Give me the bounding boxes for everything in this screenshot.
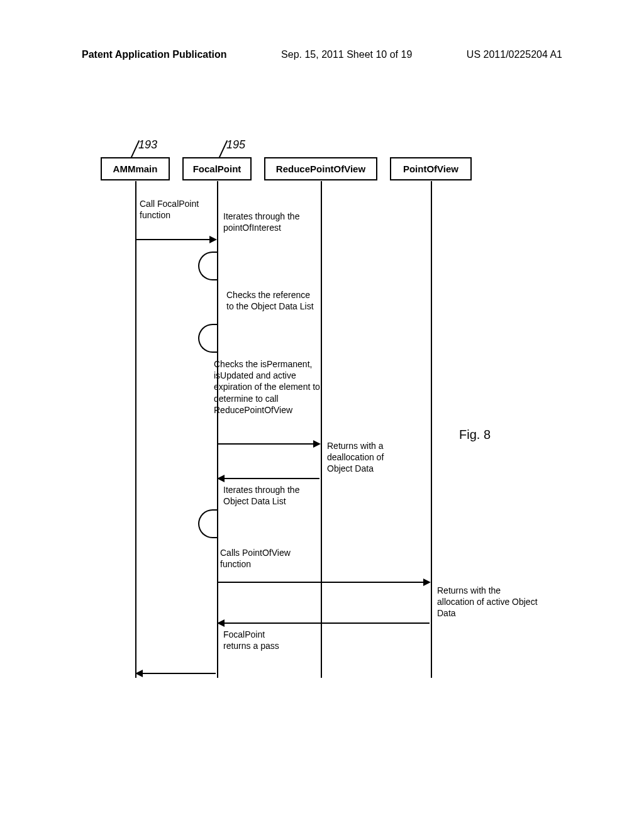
arrow-alloc-return xyxy=(218,622,430,624)
ref-193: 193 xyxy=(138,138,157,152)
msg-focal-returns: FocalPoint returns a pass xyxy=(223,629,286,651)
lifeline-focalpoint: FocalPoint xyxy=(182,157,252,180)
msg-iterates-odl: Iterates through the Object Data List xyxy=(223,484,324,507)
msg-call-focal: Call FocalPoint function xyxy=(140,198,203,221)
msg-returns-alloc: Returns with the allocation of active Ob… xyxy=(437,585,538,619)
lifeline-ammmain: AMMmain xyxy=(101,157,170,180)
sequence-diagram: 193 195 AMMmain FocalPoint ReducePointOf… xyxy=(101,157,553,692)
msg-returns-dealloc: Returns with a deallocation of Object Da… xyxy=(327,440,409,475)
header-center: Sep. 15, 2011 Sheet 10 of 19 xyxy=(281,49,412,60)
arrow-reduce xyxy=(218,443,319,445)
arrow-dealloc-return xyxy=(218,478,319,479)
msg-iterates-poi: Iterates through the pointOfInterest xyxy=(223,211,305,233)
figure-label: Fig. 8 xyxy=(459,428,491,442)
header-left: Patent Application Publication xyxy=(82,49,227,60)
loop-1 xyxy=(198,252,218,280)
msg-checks-perm: Checks the isPermanent, isUpdated and ac… xyxy=(214,358,324,416)
line-pov xyxy=(431,181,432,678)
ref-195: 195 xyxy=(226,138,245,152)
msg-calls-pov: Calls PointOfView function xyxy=(220,547,308,570)
line-ammmain xyxy=(135,181,136,678)
loop-3 xyxy=(198,509,218,538)
line-reducepov xyxy=(321,181,322,678)
arrow-pov xyxy=(218,582,430,583)
page-header: Patent Application Publication Sep. 15, … xyxy=(0,49,644,60)
header-right: US 2011/0225204 A1 xyxy=(467,49,562,60)
lifeline-reducepov: ReducePointOfView xyxy=(264,157,377,180)
arrow-focal-return xyxy=(136,673,216,674)
arrow-call-focal xyxy=(136,239,216,240)
lifeline-pov: PointOfView xyxy=(390,157,472,180)
loop-2 xyxy=(198,324,218,353)
msg-checks-ref: Checks the reference to the Object Data … xyxy=(226,289,314,312)
